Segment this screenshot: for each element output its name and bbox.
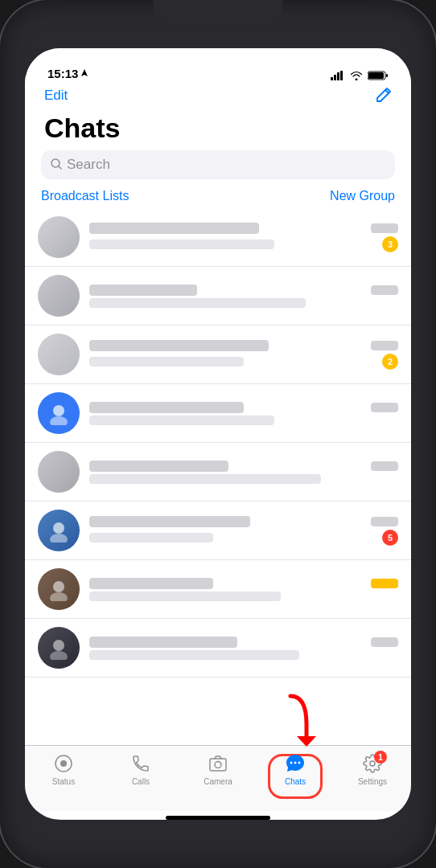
avatar — [38, 451, 80, 493]
chat-content — [89, 578, 398, 601]
chat-time-blur — [371, 517, 398, 526]
svg-rect-5 — [386, 74, 388, 77]
search-placeholder: Search — [67, 157, 110, 173]
chat-content: 5 — [89, 516, 398, 546]
unread-badge: 3 — [382, 236, 398, 252]
avatar — [38, 216, 80, 258]
list-item[interactable] — [25, 443, 411, 502]
chat-name-blur — [89, 402, 244, 413]
tab-camera[interactable]: Camera — [179, 752, 257, 786]
avatar — [38, 392, 80, 434]
chat-msg-blur — [89, 533, 213, 542]
list-item[interactable]: 3 — [25, 208, 411, 267]
status-icons — [331, 71, 389, 80]
svg-point-19 — [60, 760, 67, 767]
search-icon — [51, 158, 62, 172]
settings-tab-icon: 1 — [361, 752, 384, 775]
chat-name-blur — [89, 285, 197, 296]
chat-content — [89, 285, 398, 308]
calls-tab-label: Calls — [132, 777, 150, 786]
search-container: Search — [25, 150, 411, 187]
avatar — [38, 275, 80, 317]
chat-content — [89, 637, 398, 660]
signal-icon — [331, 71, 345, 80]
svg-point-24 — [298, 762, 301, 764]
chat-content — [89, 402, 398, 425]
search-bar[interactable]: Search — [41, 150, 395, 179]
chat-time-blur — [371, 403, 398, 412]
chat-msg-blur — [89, 357, 244, 366]
avatar — [38, 334, 80, 375]
unread-badge: 5 — [382, 530, 398, 546]
svg-rect-0 — [331, 77, 333, 80]
svg-marker-17 — [297, 736, 316, 747]
svg-point-21 — [215, 762, 221, 768]
navigation-bar: Edit — [25, 84, 411, 111]
chat-name-blur — [89, 461, 228, 472]
camera-tab-label: Camera — [204, 777, 232, 786]
chat-content — [89, 461, 398, 484]
phone-screen: 15:13 — [25, 48, 411, 820]
chat-content: 2 — [89, 340, 398, 370]
unread-badge: 2 — [382, 354, 398, 370]
svg-rect-6 — [368, 72, 384, 79]
broadcast-lists-button[interactable]: Broadcast Lists — [41, 189, 129, 203]
list-item[interactable] — [25, 560, 411, 619]
chat-msg-blur — [89, 592, 281, 601]
svg-point-11 — [53, 522, 64, 534]
location-icon — [80, 69, 88, 79]
svg-point-13 — [53, 581, 64, 592]
chat-name-blur — [89, 637, 237, 648]
chat-time-blur — [371, 285, 398, 295]
camera-tab-icon — [207, 752, 229, 775]
chat-name-blur — [89, 578, 213, 589]
chat-time-blur — [371, 637, 398, 647]
svg-point-23 — [294, 762, 297, 764]
chat-list: 3 — [25, 208, 411, 745]
svg-point-10 — [50, 416, 68, 425]
list-item[interactable]: 5 — [25, 502, 411, 560]
calls-tab-icon — [130, 752, 152, 775]
list-item[interactable] — [25, 619, 411, 678]
status-bar: 15:13 — [25, 48, 411, 84]
edit-button[interactable]: Edit — [44, 88, 68, 104]
settings-tab-label: Settings — [358, 777, 387, 786]
chat-msg-blur — [89, 416, 274, 425]
settings-badge: 1 — [374, 751, 387, 764]
chat-time-blur — [371, 223, 398, 233]
chats-tab-label: Chats — [285, 777, 306, 786]
new-group-button[interactable]: New Group — [330, 189, 395, 203]
phone-frame: 15:13 — [0, 0, 436, 868]
arrow-annotation — [266, 692, 331, 751]
chat-time-blur — [371, 579, 398, 588]
svg-point-12 — [50, 534, 68, 542]
actions-row: Broadcast Lists New Group — [25, 187, 411, 208]
chats-tab-icon — [284, 752, 306, 775]
tab-settings[interactable]: 1 Settings — [334, 752, 411, 786]
avatar — [38, 627, 80, 669]
chat-msg-blur — [89, 474, 321, 484]
tab-status[interactable]: Status — [25, 752, 102, 786]
svg-point-15 — [53, 640, 64, 651]
tab-calls[interactable]: Calls — [102, 752, 179, 786]
tab-chats[interactable]: Chats — [257, 752, 334, 786]
home-indicator — [166, 816, 270, 820]
list-item[interactable] — [25, 267, 411, 326]
svg-point-25 — [370, 761, 375, 766]
svg-point-16 — [50, 651, 68, 660]
chat-msg-blur — [89, 298, 306, 308]
chat-time-blur — [371, 341, 398, 350]
list-item[interactable] — [25, 384, 411, 443]
wifi-icon — [350, 71, 363, 80]
time-display: 15:13 — [47, 67, 78, 80]
svg-point-14 — [50, 592, 68, 601]
chat-name-blur — [89, 223, 259, 234]
svg-rect-3 — [340, 71, 343, 80]
compose-icon[interactable] — [374, 87, 392, 104]
avatar — [38, 510, 80, 551]
list-item[interactable]: 2 — [25, 326, 411, 384]
status-time: 15:13 — [47, 67, 88, 80]
page-title-section: Chats — [25, 111, 411, 150]
svg-rect-1 — [334, 75, 336, 80]
chat-name-blur — [89, 340, 269, 351]
